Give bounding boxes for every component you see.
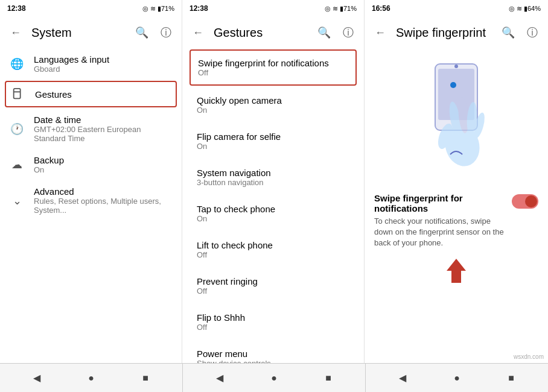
swipe-fp-setting-row: Swipe fingerprint for notifications To c… (374, 193, 538, 249)
home-nav-btn-1[interactable]: ● (81, 368, 101, 388)
panel3-title: Swipe fingerprint (396, 26, 492, 40)
menu-item-backup[interactable]: ☁ Backup On (0, 149, 182, 180)
status-bar-3: 16:56 ◎ ≋ ▮64% (365, 0, 548, 17)
time-1: 12:38 (7, 4, 26, 13)
phone-hand-illustration (408, 58, 505, 179)
panel1-title: System (31, 26, 126, 40)
gestures-title: Gestures (35, 89, 72, 100)
back-nav-btn-2[interactable]: ◀ (210, 368, 229, 388)
menu-item-gestures[interactable]: Gestures (5, 81, 177, 107)
backup-title: Backup (34, 155, 64, 165)
gesture-item-flip-shhh[interactable]: Flip to Shhh Off (182, 304, 364, 340)
swipe-fingerprint-panel: 16:56 ◎ ≋ ▮64% ← Swipe fingerprint 🔍 ⓘ (365, 0, 548, 363)
back-button-2[interactable]: ← (190, 24, 206, 41)
svg-rect-0 (14, 89, 21, 99)
top-bar-2: ← Gestures 🔍 ⓘ (182, 17, 364, 48)
help-icon-3[interactable]: ⓘ (524, 24, 541, 41)
gesture-item-lift-check[interactable]: Lift to check phone Off (182, 232, 364, 268)
help-icon-2[interactable]: ⓘ (340, 24, 357, 41)
swipe-fp-title: Swipe fingerprint for notifications (198, 58, 348, 68)
gesture-item-prevent-ring[interactable]: Prevent ringing Off (182, 268, 364, 304)
time-3: 16:56 (372, 4, 390, 13)
prevent-ring-sub: Off (197, 286, 349, 296)
status-bar-1: 12:38 ◎ ≋ ▮71% (0, 0, 182, 17)
gestures-panel: 12:38 ◎ ≋ ▮71% ← Gestures 🔍 ⓘ Swipe fing… (182, 0, 365, 363)
system-menu-list: 🌐 Languages & input Gboard Gestures (0, 48, 182, 363)
gesture-item-sys-nav[interactable]: System navigation 3-button navigation (182, 159, 364, 195)
toggle-thumb (525, 195, 537, 207)
bottom-nav-3: ◀ ● ■ (366, 364, 548, 392)
bottom-nav-1: ◀ ● ■ (0, 364, 183, 392)
swipe-fp-toggle[interactable] (512, 194, 538, 209)
clock-icon: 🕐 (10, 122, 24, 136)
swipe-fp-sub: Off (198, 68, 348, 77)
time-2: 12:38 (190, 4, 208, 13)
flip-shhh-title: Flip to Shhh (197, 312, 349, 323)
recent-nav-btn-2[interactable]: ■ (319, 368, 338, 388)
bottom-nav-2: ◀ ● ■ (183, 364, 366, 392)
sys-nav-sub: 3-button navigation (197, 178, 349, 187)
open-camera-title: Quickly open camera (197, 95, 349, 106)
gesture-item-flip-camera[interactable]: Flip camera for selfie On (182, 123, 364, 159)
recent-nav-btn-3[interactable]: ■ (502, 368, 521, 388)
menu-item-advanced[interactable]: ⌄ Advanced Rules, Reset options, Multipl… (0, 180, 182, 221)
gesture-item-swipe-fp[interactable]: Swipe fingerprint for notifications Off (190, 49, 357, 86)
back-nav-btn-3[interactable]: ◀ (393, 368, 412, 388)
tap-check-title: Tap to check phone (197, 204, 349, 214)
home-nav-btn-2[interactable]: ● (264, 368, 284, 388)
menu-item-languages[interactable]: 🌐 Languages & input Gboard (0, 48, 182, 80)
advanced-sub: Rules, Reset options, Multiple users, Sy… (34, 197, 172, 215)
watermark: wsxdn.com (512, 353, 546, 361)
gesture-item-open-camera[interactable]: Quickly open camera On (182, 87, 364, 123)
lift-check-title: Lift to check phone (197, 240, 349, 250)
search-icon-2[interactable]: 🔍 (316, 24, 333, 41)
power-menu-title: Power menu (197, 349, 349, 359)
languages-sub: Gboard (34, 65, 109, 74)
swipe-fp-content: Swipe fingerprint for notifications To c… (365, 48, 548, 363)
back-nav-btn-1[interactable]: ◀ (27, 368, 46, 388)
backup-sub: On (34, 165, 64, 174)
gesture-item-power-menu[interactable]: Power menu Show device controls (182, 340, 364, 363)
menu-item-datetime[interactable]: 🕐 Date & time GMT+02:00 Eastern European… (0, 109, 182, 149)
datetime-sub: GMT+02:00 Eastern European Standard Time (34, 125, 172, 143)
panel2-title: Gestures (214, 26, 308, 40)
back-button-3[interactable]: ← (372, 24, 389, 41)
globe-icon: 🌐 (10, 57, 24, 71)
status-icons-2: ◎ ≋ ▮71% (325, 5, 357, 13)
setting-title: Swipe fingerprint for notifications (374, 193, 505, 213)
bottom-nav-container: ◀ ● ■ ◀ ● ■ ◀ ● ■ (0, 363, 548, 392)
flip-camera-title: Flip camera for selfie (197, 131, 349, 142)
backup-icon: ☁ (10, 157, 24, 172)
top-bar-1: ← System 🔍 ⓘ (0, 17, 182, 48)
system-panel: 12:38 ◎ ≋ ▮71% ← System 🔍 ⓘ 🌐 Languages … (0, 0, 182, 363)
back-button-1[interactable]: ← (7, 24, 24, 41)
svg-marker-12 (447, 259, 466, 283)
svg-point-5 (450, 82, 456, 88)
open-camera-sub: On (197, 106, 349, 115)
red-up-arrow (444, 256, 468, 291)
search-icon-3[interactable]: 🔍 (500, 24, 517, 41)
gestures-menu-list: Swipe fingerprint for notifications Off … (182, 48, 364, 363)
chevron-down-icon: ⌄ (10, 194, 24, 208)
advanced-title: Advanced (34, 186, 172, 197)
datetime-title: Date & time (34, 115, 172, 125)
gestures-icon (11, 87, 25, 101)
svg-point-4 (454, 65, 458, 68)
home-nav-btn-3[interactable]: ● (447, 368, 467, 388)
recent-nav-btn-1[interactable]: ■ (136, 368, 155, 388)
status-icons-3: ◎ ≋ ▮64% (509, 5, 541, 13)
flip-shhh-sub: Off (197, 323, 349, 332)
search-icon-1[interactable]: 🔍 (133, 24, 150, 41)
gesture-item-tap-check[interactable]: Tap to check phone On (182, 195, 364, 232)
tap-check-sub: On (197, 214, 349, 223)
status-bar-2: 12:38 ◎ ≋ ▮71% (182, 0, 364, 17)
prevent-ring-title: Prevent ringing (197, 276, 349, 286)
power-menu-sub: Show device controls (197, 359, 349, 363)
top-bar-3: ← Swipe fingerprint 🔍 ⓘ (365, 17, 548, 48)
languages-title: Languages & input (34, 54, 109, 65)
help-icon-1[interactable]: ⓘ (158, 24, 174, 41)
setting-desc: To check your notifications, swipe down … (374, 216, 505, 249)
sys-nav-title: System navigation (197, 168, 349, 178)
lift-check-sub: Off (197, 250, 349, 259)
status-icons-1: ◎ ≋ ▮71% (142, 5, 174, 13)
